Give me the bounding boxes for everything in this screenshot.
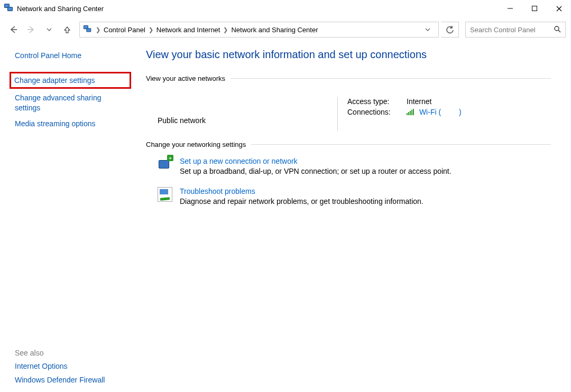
- navigation-toolbar: ❯ Control Panel ❯ Network and Internet ❯…: [0, 20, 571, 39]
- option-link-new-connection[interactable]: Set up a new connection or network: [180, 157, 452, 165]
- change-settings-heading: Change your networking settings: [146, 141, 551, 148]
- chevron-right-icon: ❯: [223, 26, 228, 33]
- chevron-right-icon: ❯: [96, 26, 100, 33]
- access-type-value: Internet: [407, 97, 431, 106]
- option-desc: Set up a broadband, dial-up, or VPN conn…: [180, 167, 452, 175]
- svg-rect-12: [413, 109, 414, 115]
- chevron-right-icon: ❯: [149, 26, 153, 33]
- network-type-label: Public network: [158, 116, 206, 125]
- new-connection-icon: [158, 157, 172, 172]
- connections-label: Connections:: [347, 108, 400, 117]
- back-button[interactable]: [5, 22, 21, 38]
- see-also-link-firewall[interactable]: Windows Defender Firewall: [10, 373, 131, 387]
- address-dropdown[interactable]: [420, 22, 435, 37]
- breadcrumb-item[interactable]: Network and Internet: [156, 26, 220, 34]
- location-icon: [84, 25, 92, 34]
- sidebar-link-advanced-sharing[interactable]: Change advanced sharing settings: [10, 91, 131, 114]
- connection-name: Wi-Fi (: [419, 108, 441, 116]
- connection-name-tail: ): [459, 108, 462, 116]
- see-also-label: See also: [10, 347, 131, 359]
- highlight-annotation: Change adapter settings: [10, 72, 131, 89]
- sidebar-home-link[interactable]: Control Panel Home: [10, 49, 131, 62]
- section-heading-text: View your active networks: [146, 74, 225, 82]
- troubleshoot-icon: [158, 187, 172, 202]
- connection-link[interactable]: Wi-Fi ( ): [407, 108, 462, 117]
- svg-point-6: [555, 26, 559, 31]
- option-desc: Diagnose and repair network problems, or…: [180, 197, 423, 206]
- svg-rect-9: [408, 112, 409, 115]
- active-network-panel: Public network Access type: Internet Con…: [146, 88, 551, 141]
- close-button[interactable]: [547, 0, 571, 17]
- svg-rect-10: [410, 111, 411, 115]
- forward-button[interactable]: [23, 22, 39, 38]
- up-button[interactable]: [59, 22, 75, 38]
- option-new-connection: Set up a new connection or network Set u…: [158, 157, 551, 175]
- search-input[interactable]: [470, 26, 544, 34]
- option-troubleshoot: Troubleshoot problems Diagnose and repai…: [158, 187, 551, 206]
- recent-dropdown[interactable]: [41, 22, 57, 38]
- section-heading-text: Change your networking settings: [146, 141, 246, 148]
- main-content: View your basic network information and …: [131, 49, 561, 392]
- svg-line-7: [558, 30, 560, 32]
- window-title: Network and Sharing Center: [17, 5, 104, 13]
- page-title: View your basic network information and …: [146, 49, 551, 61]
- active-networks-heading: View your active networks: [146, 74, 551, 82]
- see-also-link-internet-options[interactable]: Internet Options: [10, 359, 131, 373]
- sidebar-link-media-streaming[interactable]: Media streaming options: [10, 117, 131, 130]
- sidebar: Control Panel Home Change adapter settin…: [10, 49, 131, 392]
- app-icon: [4, 4, 14, 13]
- breadcrumb-item[interactable]: Control Panel: [104, 26, 145, 34]
- svg-rect-8: [407, 113, 408, 115]
- svg-rect-1: [532, 6, 537, 11]
- svg-rect-11: [411, 110, 412, 115]
- wifi-signal-icon: [407, 108, 415, 117]
- option-link-troubleshoot[interactable]: Troubleshoot problems: [180, 187, 423, 195]
- access-type-label: Access type:: [347, 97, 400, 106]
- maximize-button[interactable]: [522, 0, 547, 17]
- address-bar[interactable]: ❯ Control Panel ❯ Network and Internet ❯…: [79, 22, 439, 38]
- see-also-section: See also Internet Options Windows Defend…: [10, 347, 131, 392]
- breadcrumb-item[interactable]: Network and Sharing Center: [231, 26, 318, 34]
- titlebar: Network and Sharing Center: [0, 0, 571, 17]
- minimize-button[interactable]: [498, 0, 522, 17]
- sidebar-link-adapter-settings[interactable]: Change adapter settings: [14, 74, 126, 86]
- refresh-button[interactable]: [441, 22, 459, 38]
- search-box[interactable]: [465, 22, 566, 38]
- search-icon[interactable]: [554, 25, 561, 34]
